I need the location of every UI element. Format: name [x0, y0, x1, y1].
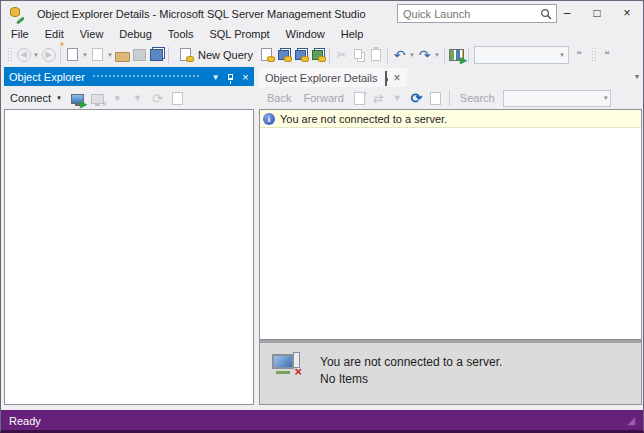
activity-monitor-icon[interactable]: ▶ — [448, 46, 465, 63]
refresh-icon[interactable]: ⟳ — [149, 90, 166, 107]
open-file-icon[interactable] — [114, 46, 131, 63]
filter-icon[interactable]: ▼ — [389, 90, 406, 107]
save-icon[interactable] — [131, 46, 148, 63]
ssms-app-icon — [9, 6, 25, 22]
navigate-back-dropdown-icon[interactable]: ▾ — [32, 51, 40, 59]
maximize-button[interactable]: □ — [582, 1, 612, 25]
window-position-icon[interactable]: ▾ — [208, 69, 223, 84]
tab-pin-icon[interactable] — [385, 72, 387, 84]
toolbar-combobox[interactable]: ▾ — [474, 46, 569, 64]
undo-dropdown-icon[interactable]: ▾ — [408, 51, 416, 59]
main-area: Object Explorer ▾ × Connect ▾ ▶ × ■ ▼ ⟳ — [1, 66, 643, 410]
redo-icon[interactable]: ↷ — [416, 46, 433, 63]
tab-label: Object Explorer Details — [265, 72, 378, 84]
forward-button[interactable]: Forward — [298, 92, 348, 104]
quick-launch-input[interactable] — [398, 8, 540, 20]
new-query-icon — [177, 46, 194, 63]
filter-icon[interactable]: ▼ — [129, 90, 146, 107]
menu-help[interactable]: Help — [333, 26, 372, 43]
connect-dropdown-icon: ▾ — [55, 94, 63, 102]
dmx-query-icon[interactable] — [292, 46, 309, 63]
sync-icon[interactable]: ⇄ — [370, 90, 387, 107]
new-project-dropdown-icon[interactable]: ▾ — [81, 51, 89, 59]
add-item-icon[interactable] — [89, 46, 106, 63]
object-explorer-toolbar: Connect ▾ ▶ × ■ ▼ ⟳ — [4, 86, 254, 109]
toolbar-separator — [444, 47, 445, 63]
object-explorer-title: Object Explorer — [9, 71, 85, 83]
details-toolbar: Back Forward ↑ ⇄ ▼ ⟳ Search ▾ — [259, 87, 642, 109]
stop-icon[interactable]: ■ — [109, 90, 126, 107]
search-combobox[interactable]: ▾ — [503, 90, 611, 107]
status-bar: Ready ◢ — [1, 410, 643, 431]
details-document-well: i You are not connected to a server. × Y… — [259, 109, 642, 405]
object-explorer-tree — [4, 109, 254, 405]
paste-icon[interactable] — [367, 46, 384, 63]
ssms-window: Object Explorer Details - Microsoft SQL … — [0, 0, 644, 433]
undo-icon[interactable]: ↶ — [391, 46, 408, 63]
connect-label: Connect — [10, 92, 51, 104]
minimize-button[interactable]: – — [552, 1, 582, 25]
new-project-icon[interactable]: * — [64, 46, 81, 63]
menu-edit[interactable]: Edit — [37, 26, 72, 43]
not-connected-line1: You are not connected to a server. — [320, 354, 502, 371]
menu-file[interactable]: File — [3, 26, 37, 43]
drag-texture — [92, 74, 201, 79]
navigate-back-icon[interactable]: ◀ — [15, 46, 32, 63]
intellisense-icon[interactable]: ❝ — [599, 46, 616, 63]
menu-debug[interactable]: Debug — [111, 26, 159, 43]
resize-grip-icon[interactable]: ◢ — [627, 415, 635, 426]
quick-launch-box[interactable] — [397, 4, 557, 23]
xmla-query-icon[interactable] — [309, 46, 326, 63]
redo-dropdown-icon[interactable]: ▾ — [433, 51, 441, 59]
info-icon: i — [263, 113, 275, 125]
document-tab-strip: Object Explorer Details × ▾ — [259, 67, 642, 87]
object-explorer-details-panel: Object Explorer Details × ▾ Back Forward… — [259, 67, 642, 405]
close-panel-icon[interactable]: × — [238, 69, 253, 84]
status-text: Ready — [9, 415, 41, 427]
copy-icon[interactable] — [350, 46, 367, 63]
toolbar-separator — [449, 90, 450, 106]
standard-toolbar: ◀ ▾ ▶ * ▾ ▾ New Query ✂ ↶ ▾ ↷ ▾ ▶ ▾ ❝ — [1, 43, 643, 66]
tab-object-explorer-details[interactable]: Object Explorer Details × — [259, 68, 407, 87]
connect-server-icon[interactable]: ▶ — [69, 90, 86, 107]
disconnect-server-icon[interactable]: × — [89, 90, 106, 107]
info-bar: i You are not connected to a server. — [260, 110, 641, 128]
refresh-icon[interactable]: ⟳ — [408, 90, 425, 107]
toolbar-separator — [168, 47, 169, 63]
navigate-forward-icon[interactable]: ▶ — [40, 46, 57, 63]
script-icon[interactable] — [169, 90, 186, 107]
script-icon[interactable] — [427, 90, 444, 107]
details-status-pane: × You are not connected to a server. No … — [260, 343, 641, 404]
back-button[interactable]: Back — [262, 92, 296, 104]
template-parameters-icon[interactable]: ❝ — [571, 46, 588, 63]
details-list-area — [260, 128, 641, 339]
mdx-query-icon[interactable] — [275, 46, 292, 63]
new-query-label: New Query — [198, 49, 253, 61]
toolbar-separator — [329, 47, 330, 63]
tab-close-icon[interactable]: × — [394, 71, 401, 85]
toolbar-grip[interactable] — [591, 47, 596, 62]
title-bar: Object Explorer Details - Microsoft SQL … — [1, 1, 643, 26]
up-one-level-icon[interactable]: ↑ — [351, 90, 368, 107]
object-explorer-title-bar[interactable]: Object Explorer ▾ × — [4, 67, 254, 86]
menu-tools[interactable]: Tools — [160, 26, 202, 43]
window-title: Object Explorer Details - Microsoft SQL … — [37, 8, 366, 20]
database-engine-query-icon[interactable] — [258, 46, 275, 63]
tab-overflow-icon[interactable]: ▾ — [635, 72, 639, 81]
object-explorer-panel: Object Explorer ▾ × Connect ▾ ▶ × ■ ▼ ⟳ — [4, 67, 254, 405]
add-item-dropdown-icon[interactable]: ▾ — [106, 51, 114, 59]
menu-view[interactable]: View — [72, 26, 112, 43]
search-icon — [540, 8, 552, 20]
new-query-button[interactable]: New Query — [172, 45, 258, 65]
save-all-icon[interactable] — [148, 46, 165, 63]
connect-button[interactable]: Connect ▾ — [7, 92, 66, 104]
info-message: You are not connected to a server. — [280, 113, 447, 125]
menu-sql-prompt[interactable]: SQL Prompt — [201, 26, 277, 43]
pin-icon[interactable] — [223, 69, 238, 84]
window-controls: – □ × — [552, 1, 642, 25]
toolbar-grip[interactable] — [7, 47, 12, 62]
toolbar-separator — [468, 47, 469, 63]
menu-window[interactable]: Window — [278, 26, 333, 43]
close-button[interactable]: × — [612, 1, 642, 25]
cut-icon[interactable]: ✂ — [333, 46, 350, 63]
